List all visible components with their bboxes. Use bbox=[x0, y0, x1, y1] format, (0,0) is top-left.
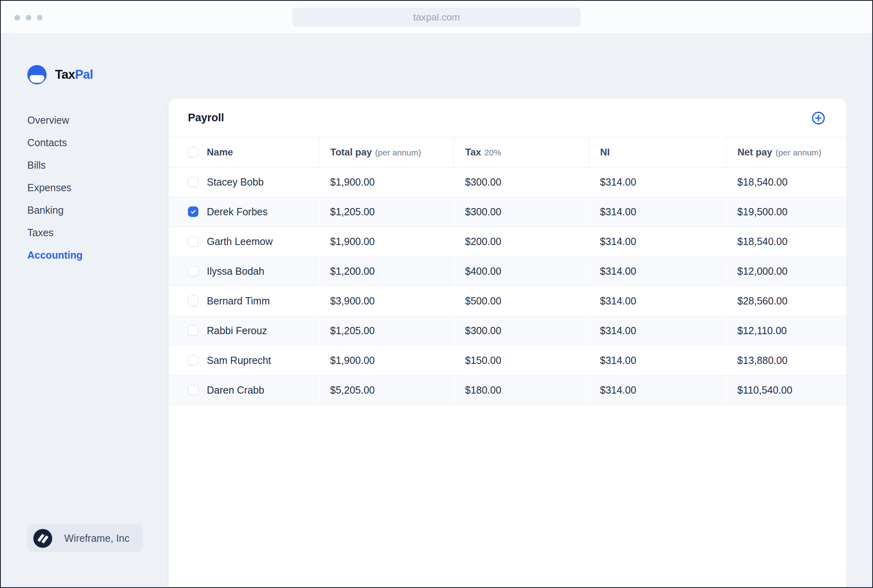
column-header-name: Name bbox=[169, 137, 319, 167]
ni-cell: $314.00 bbox=[589, 375, 726, 405]
employee-name-cell: Stacey Bobb bbox=[169, 167, 319, 197]
table-row: Bernard Timm $3,900.00 $500.00 $314.00 $… bbox=[169, 286, 846, 316]
employee-name-cell: Daren Crabb bbox=[169, 375, 319, 405]
table-row: Ilyssa Bodah $1,200.00 $400.00 $314.00 $… bbox=[169, 256, 846, 286]
page-title: Payroll bbox=[188, 112, 224, 124]
row-checkbox[interactable] bbox=[188, 236, 198, 247]
tax-cell: $150.00 bbox=[454, 345, 589, 375]
add-payroll-button[interactable] bbox=[811, 111, 826, 125]
tax-cell: $300.00 bbox=[454, 316, 589, 345]
column-header-ni: NI bbox=[589, 137, 726, 167]
table-row: Daren Crabb $5,205.00 $180.00 $314.00 $1… bbox=[169, 375, 846, 405]
sidebar-item-taxes[interactable]: Taxes bbox=[27, 221, 83, 244]
tax-cell: $200.00 bbox=[454, 227, 589, 256]
select-all-checkbox[interactable] bbox=[188, 147, 198, 157]
employee-name-cell: Bernard Timm bbox=[169, 286, 319, 316]
sidebar-item-overview[interactable]: Overview bbox=[27, 109, 83, 131]
browser-bar: taxpal.com bbox=[1, 1, 872, 34]
total-pay-cell: $1,900.00 bbox=[319, 227, 454, 256]
net-pay-cell: $19,500.00 bbox=[726, 197, 846, 227]
payroll-table-body: Stacey Bobb $1,900.00 $300.00 $314.00 $1… bbox=[169, 167, 846, 405]
ni-cell: $314.00 bbox=[589, 256, 726, 286]
ni-cell: $314.00 bbox=[589, 227, 726, 256]
row-checkbox[interactable] bbox=[188, 296, 198, 306]
net-pay-cell: $18,540.00 bbox=[726, 227, 846, 256]
net-pay-cell: $110,540.00 bbox=[726, 375, 846, 405]
employee-name: Bernard Timm bbox=[207, 295, 270, 307]
payroll-table: Name Total pay(per annum) Tax20% NI bbox=[169, 137, 846, 405]
sidebar-item-banking[interactable]: Banking bbox=[27, 199, 83, 221]
ni-cell: $314.00 bbox=[589, 197, 726, 227]
address-bar[interactable]: taxpal.com bbox=[293, 8, 580, 27]
total-pay-cell: $1,205.00 bbox=[319, 197, 454, 227]
brand-logo[interactable]: TaxPal bbox=[27, 65, 93, 84]
org-switcher[interactable]: Wireframe, Inc bbox=[27, 524, 143, 552]
employee-name: Rabbi Ferouz bbox=[207, 325, 267, 337]
employee-name: Stacey Bobb bbox=[207, 176, 264, 188]
total-pay-cell: $1,900.00 bbox=[319, 167, 454, 197]
sidebar-item-bills[interactable]: Bills bbox=[27, 154, 83, 176]
sidebar-item-expenses[interactable]: Expenses bbox=[27, 176, 83, 199]
table-row: Rabbi Ferouz $1,205.00 $300.00 $314.00 $… bbox=[169, 316, 846, 345]
row-checkbox[interactable] bbox=[188, 266, 198, 276]
ni-cell: $314.00 bbox=[589, 286, 726, 316]
column-header-net-pay: Net pay(per annum) bbox=[726, 137, 846, 167]
total-pay-cell: $1,900.00 bbox=[319, 345, 454, 375]
total-pay-cell: $3,900.00 bbox=[319, 286, 454, 316]
row-checkbox[interactable] bbox=[188, 206, 198, 217]
sidebar-item-contacts[interactable]: Contacts bbox=[27, 131, 83, 154]
column-header-total-pay: Total pay(per annum) bbox=[319, 137, 454, 167]
total-pay-cell: $1,200.00 bbox=[319, 256, 454, 286]
tax-cell: $300.00 bbox=[454, 167, 589, 197]
table-row: Garth Leemow $1,900.00 $200.00 $314.00 $… bbox=[169, 227, 846, 256]
sidebar-item-accounting[interactable]: Accounting bbox=[27, 244, 83, 266]
employee-name-cell: Garth Leemow bbox=[169, 227, 319, 256]
net-pay-cell: $12,110.00 bbox=[726, 316, 846, 345]
employee-name-cell: Sam Ruprecht bbox=[169, 345, 319, 375]
payroll-card: Payroll bbox=[169, 99, 846, 587]
wireframe-logo-icon bbox=[33, 529, 52, 548]
app-body: TaxPal OverviewContactsBillsExpensesBank… bbox=[1, 34, 872, 587]
tax-cell: $300.00 bbox=[454, 197, 589, 227]
employee-name-cell: Derek Forbes bbox=[169, 197, 319, 227]
employee-name: Sam Ruprecht bbox=[207, 355, 271, 366]
employee-name: Ilyssa Bodah bbox=[207, 265, 264, 277]
sidebar-nav: OverviewContactsBillsExpensesBankingTaxe… bbox=[27, 109, 83, 266]
tax-cell: $500.00 bbox=[454, 286, 589, 316]
tax-cell: $180.00 bbox=[454, 375, 589, 405]
table-row: Derek Forbes $1,205.00 $300.00 $314.00 $… bbox=[169, 197, 846, 227]
table-header-row: Name Total pay(per annum) Tax20% NI bbox=[169, 137, 846, 167]
net-pay-cell: $18,540.00 bbox=[726, 167, 846, 197]
employee-name-cell: Rabbi Ferouz bbox=[169, 316, 319, 345]
payroll-card-header: Payroll bbox=[169, 99, 846, 137]
row-checkbox[interactable] bbox=[188, 325, 198, 336]
employee-name: Garth Leemow bbox=[207, 236, 273, 247]
taxpal-logo-icon bbox=[27, 65, 47, 84]
ni-cell: $314.00 bbox=[589, 345, 726, 375]
tax-cell: $400.00 bbox=[454, 256, 589, 286]
employee-name: Daren Crabb bbox=[207, 384, 264, 396]
net-pay-cell: $28,560.00 bbox=[726, 286, 846, 316]
ni-cell: $314.00 bbox=[589, 316, 726, 345]
net-pay-cell: $12,000.00 bbox=[726, 256, 846, 286]
employee-name: Derek Forbes bbox=[207, 206, 267, 218]
window-control-dot[interactable] bbox=[37, 15, 43, 20]
window-controls bbox=[14, 15, 43, 20]
total-pay-cell: $5,205.00 bbox=[319, 375, 454, 405]
row-checkbox[interactable] bbox=[188, 355, 198, 365]
employee-name-cell: Ilyssa Bodah bbox=[169, 256, 319, 286]
window-control-dot[interactable] bbox=[14, 15, 20, 20]
plus-circle-icon bbox=[811, 111, 826, 125]
table-row: Sam Ruprecht $1,900.00 $150.00 $314.00 $… bbox=[169, 345, 846, 375]
column-header-tax: Tax20% bbox=[454, 137, 589, 167]
row-checkbox[interactable] bbox=[188, 385, 198, 395]
address-bar-url: taxpal.com bbox=[413, 12, 460, 23]
org-name: Wireframe, Inc bbox=[64, 533, 130, 544]
table-row: Stacey Bobb $1,900.00 $300.00 $314.00 $1… bbox=[169, 167, 846, 197]
brand-name: TaxPal bbox=[55, 67, 93, 82]
window-control-dot[interactable] bbox=[26, 15, 31, 20]
total-pay-cell: $1,205.00 bbox=[319, 316, 454, 345]
row-checkbox[interactable] bbox=[188, 177, 198, 187]
net-pay-cell: $13,880.00 bbox=[726, 345, 846, 375]
ni-cell: $314.00 bbox=[589, 167, 726, 197]
